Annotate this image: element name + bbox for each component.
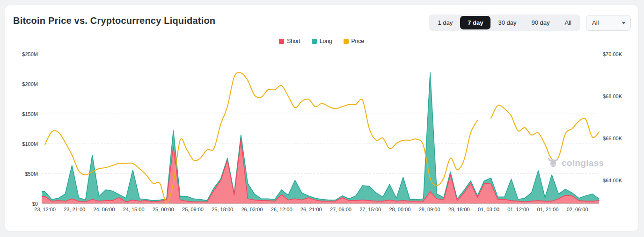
- long-liquidation-outline: [42, 72, 599, 201]
- chart-card: $0$50M$100M$150M$200M$250M$64.00K$66.00K…: [5, 5, 638, 231]
- y-axis-right-label: $68.00K: [603, 93, 622, 99]
- x-axis-label: 26, 03:00: [241, 207, 263, 212]
- legend-label: Short: [287, 38, 300, 44]
- chart-controls: 1 day7 day30 day90 dayAll All ▼: [429, 14, 631, 31]
- coinglass-watermark: coinglass: [547, 157, 604, 169]
- legend-label: Price: [351, 38, 364, 44]
- legend-swatch-long: [312, 39, 317, 44]
- y-axis-right-label: $64.00K: [603, 178, 622, 183]
- y-axis-left-label: $150M: [22, 111, 38, 117]
- time-range-button-group: 1 day7 day30 day90 dayAll: [429, 14, 580, 31]
- long-liquidation-area: [42, 72, 599, 203]
- y-axis-left-label: $100M: [22, 141, 38, 147]
- range-button-all[interactable]: All: [557, 16, 579, 29]
- page-title: Bitcoin Price vs. Cryptocurrency Liquida…: [13, 15, 215, 26]
- x-axis-label: 25, 09:00: [182, 207, 204, 212]
- x-axis-label: 27, 15:00: [359, 207, 381, 212]
- y-axis-left-label: $50M: [25, 171, 38, 177]
- x-axis-label: 27, 06:00: [330, 207, 351, 212]
- x-axis-labels: 23, 12:0023, 21:0024, 06:0024, 15:0025, …: [34, 207, 588, 212]
- range-button-90-day[interactable]: 90 day: [524, 16, 557, 29]
- legend-item-price[interactable]: Price: [344, 38, 364, 44]
- price-line: [45, 72, 599, 202]
- x-axis-label: 25, 18:00: [212, 207, 233, 212]
- y-axis-left-label: $250M: [22, 51, 38, 57]
- x-axis-label: 01, 12:00: [507, 207, 529, 212]
- symbol-dropdown-value: All: [592, 19, 599, 26]
- y-axis-right-label: $66.00K: [603, 136, 622, 141]
- x-axis-label: 23, 21:00: [64, 207, 85, 212]
- symbol-dropdown[interactable]: All ▼: [586, 15, 631, 31]
- x-axis-label: 24, 15:00: [123, 207, 145, 212]
- range-button-30-day[interactable]: 30 day: [490, 16, 524, 29]
- legend-item-long[interactable]: Long: [312, 38, 332, 44]
- x-axis-label: 23, 12:00: [34, 207, 56, 212]
- coinglass-watermark-text: coinglass: [562, 158, 604, 168]
- x-axis-label: 28, 00:00: [389, 207, 410, 212]
- chevron-down-icon: ▼: [621, 21, 626, 25]
- x-axis-label: 25, 00:00: [153, 207, 174, 212]
- x-axis-label: 26, 21:00: [300, 207, 322, 212]
- x-axis-label: 02, 06:00: [567, 207, 588, 212]
- x-axis-label: 24, 06:00: [93, 207, 115, 212]
- range-button-1-day[interactable]: 1 day: [430, 16, 460, 29]
- chart-legend: ShortLongPrice: [5, 38, 638, 44]
- legend-swatch-short: [279, 39, 284, 44]
- x-axis-label: 26, 12:00: [271, 207, 293, 212]
- x-axis-label: 28, 09:00: [419, 207, 440, 212]
- x-axis-label: 01, 03:00: [478, 207, 499, 212]
- x-axis-label: 28, 18:00: [448, 207, 470, 212]
- grid-lines: [42, 54, 599, 204]
- y-axis-left-labels: $0$50M$100M$150M$200M$250M: [22, 51, 38, 207]
- legend-swatch-price: [344, 39, 349, 44]
- y-axis-left-label: $200M: [22, 81, 38, 87]
- range-button-7-day[interactable]: 7 day: [460, 16, 490, 29]
- y-axis-right-labels: $64.00K$66.00K$68.00K$70.00K: [603, 51, 622, 183]
- x-axis-label: 01, 21:00: [537, 207, 558, 212]
- coinglass-bull-icon: [547, 157, 559, 169]
- y-axis-right-label: $70.00K: [603, 51, 622, 57]
- legend-item-short[interactable]: Short: [279, 38, 300, 44]
- y-axis-left-label: $0: [32, 201, 38, 207]
- legend-label: Long: [320, 38, 332, 44]
